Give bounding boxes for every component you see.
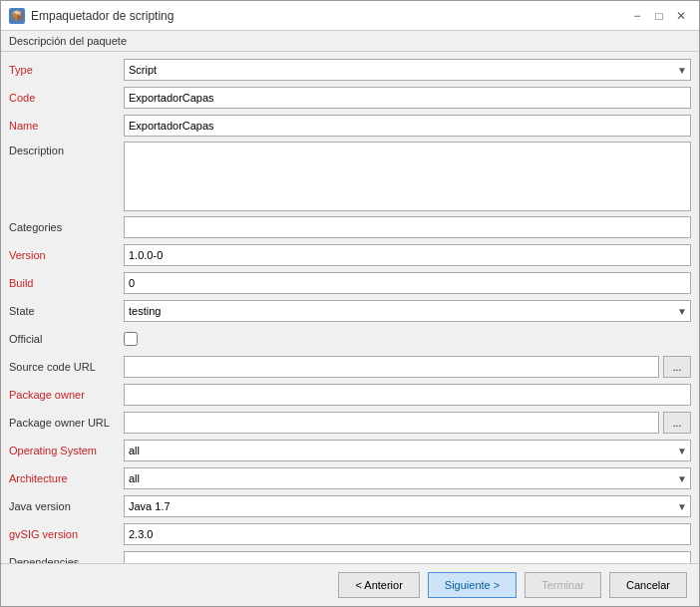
- gvsig-version-row: gvSIG version: [9, 522, 691, 546]
- architecture-select[interactable]: all x86 x86_64: [124, 467, 691, 489]
- dependencies-label: Dependencies: [9, 556, 124, 563]
- type-row: Type Script Plugin Library ▼: [9, 58, 691, 82]
- source-code-url-browse-button[interactable]: ...: [663, 356, 691, 378]
- dependencies-input[interactable]: [124, 551, 691, 563]
- code-input[interactable]: [124, 87, 691, 109]
- description-row: Description: [9, 142, 691, 211]
- form-content: Type Script Plugin Library ▼ Code Name: [1, 52, 699, 563]
- version-label: Version: [9, 249, 124, 261]
- dependencies-row: Dependencies: [9, 550, 691, 563]
- build-input[interactable]: [124, 272, 691, 294]
- official-label: Official: [9, 333, 124, 345]
- operating-system-select-wrapper: all win lin mac ▼: [124, 440, 691, 461]
- cancel-button[interactable]: Cancelar: [609, 572, 687, 598]
- package-owner-url-row: Package owner URL ...: [9, 411, 691, 435]
- maximize-button[interactable]: □: [649, 6, 669, 26]
- section-header: Descripción del paquete: [1, 31, 699, 52]
- minimize-button[interactable]: −: [627, 6, 647, 26]
- build-label: Build: [9, 277, 124, 289]
- footer: < Anterior Siguiente > Terminar Cancelar: [1, 563, 699, 606]
- architecture-label: Architecture: [9, 472, 124, 484]
- package-owner-row: Package owner: [9, 383, 691, 407]
- state-select[interactable]: testing stable devel RC: [124, 300, 691, 322]
- version-row: Version: [9, 243, 691, 267]
- state-select-wrapper: testing stable devel RC ▼: [124, 300, 691, 322]
- finish-button[interactable]: Terminar: [525, 572, 601, 598]
- package-owner-url-browse-button[interactable]: ...: [663, 412, 691, 434]
- package-owner-url-input[interactable]: [124, 412, 659, 434]
- name-input[interactable]: [124, 115, 691, 137]
- operating-system-select[interactable]: all win lin mac: [124, 440, 691, 461]
- description-textarea[interactable]: [124, 142, 691, 211]
- window-controls: − □ ✕: [627, 6, 691, 26]
- source-code-url-input[interactable]: [124, 356, 659, 378]
- main-window: 📦 Empaquetador de scripting − □ ✕ Descri…: [0, 0, 700, 607]
- name-row: Name: [9, 114, 691, 138]
- java-version-select[interactable]: Java 1.7 Java 1.8: [124, 495, 691, 517]
- section-title: Descripción del paquete: [9, 35, 127, 47]
- back-button[interactable]: < Anterior: [338, 572, 419, 598]
- next-button[interactable]: Siguiente >: [428, 572, 517, 598]
- official-row: Official: [9, 327, 691, 351]
- java-version-select-wrapper: Java 1.7 Java 1.8 ▼: [124, 495, 691, 517]
- code-row: Code: [9, 86, 691, 110]
- form-area: Type Script Plugin Library ▼ Code Name: [1, 52, 699, 563]
- java-version-label: Java version: [9, 500, 124, 512]
- description-label: Description: [9, 142, 124, 156]
- app-icon: 📦: [9, 8, 25, 24]
- source-code-url-label: Source code URL: [9, 361, 124, 373]
- operating-system-label: Operating System: [9, 445, 124, 456]
- categories-row: Categories: [9, 215, 691, 239]
- package-owner-input[interactable]: [124, 384, 691, 406]
- type-label: Type: [9, 64, 124, 76]
- title-bar: 📦 Empaquetador de scripting − □ ✕: [1, 1, 699, 31]
- categories-input[interactable]: [124, 216, 691, 238]
- architecture-select-wrapper: all x86 x86_64 ▼: [124, 467, 691, 489]
- official-checkbox[interactable]: [124, 332, 138, 346]
- code-label: Code: [9, 92, 124, 104]
- java-version-row: Java version Java 1.7 Java 1.8 ▼: [9, 494, 691, 518]
- state-row: State testing stable devel RC ▼: [9, 299, 691, 323]
- build-row: Build: [9, 271, 691, 295]
- state-label: State: [9, 305, 124, 317]
- categories-label: Categories: [9, 221, 124, 233]
- type-select[interactable]: Script Plugin Library: [124, 59, 691, 81]
- type-select-wrapper: Script Plugin Library ▼: [124, 59, 691, 81]
- window-title: Empaquetador de scripting: [31, 9, 627, 23]
- close-button[interactable]: ✕: [671, 6, 691, 26]
- package-owner-url-group: ...: [124, 412, 691, 434]
- source-code-url-group: ...: [124, 356, 691, 378]
- architecture-row: Architecture all x86 x86_64 ▼: [9, 466, 691, 490]
- app-icon-glyph: 📦: [11, 10, 23, 21]
- package-owner-label: Package owner: [9, 389, 124, 401]
- gvsig-version-input[interactable]: [124, 523, 691, 545]
- package-owner-url-label: Package owner URL: [9, 417, 124, 429]
- operating-system-row: Operating System all win lin mac ▼: [9, 439, 691, 462]
- version-input[interactable]: [124, 244, 691, 266]
- source-code-url-row: Source code URL ...: [9, 355, 691, 379]
- gvsig-version-label: gvSIG version: [9, 528, 124, 540]
- name-label: Name: [9, 120, 124, 132]
